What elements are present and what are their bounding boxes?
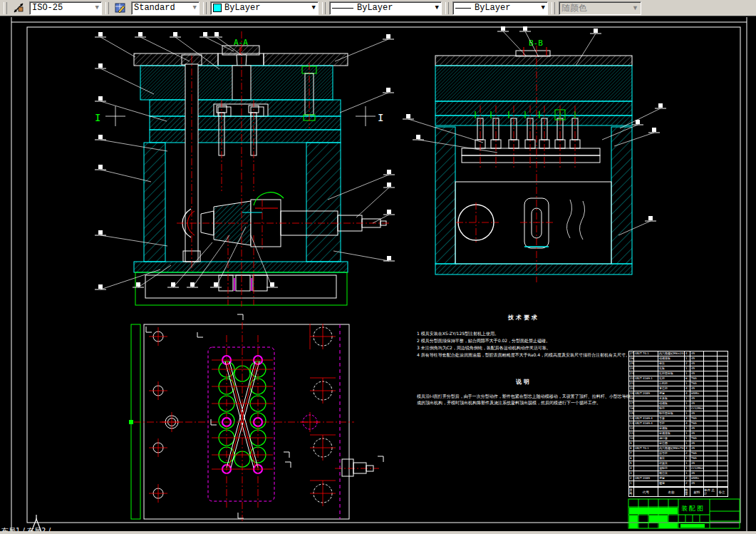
bom-row: 9定位圈 145 xyxy=(629,441,727,446)
tech-requirements-title: 技术要求 xyxy=(417,314,631,322)
dim-style-select[interactable]: ISO-25 ▼ xyxy=(29,1,102,15)
bom-row: 22GB/T 4169.1推杆 6T8A xyxy=(629,376,727,381)
bom-row: 2GB/T 2089弹簧 265Mn xyxy=(629,476,727,481)
bom-row: 14GB/T 4169.4导套 4T8A xyxy=(629,416,727,421)
chevron-down-icon: ▼ xyxy=(433,4,439,11)
chevron-down-icon: ▼ xyxy=(539,4,545,11)
text-style-select[interactable]: Standard ▼ xyxy=(131,1,200,15)
chevron-down-icon: ▼ xyxy=(310,4,316,11)
bom-row: 5楔紧块 145 xyxy=(629,461,727,466)
toolbar-grip[interactable] xyxy=(445,2,449,14)
section-b-label: B-B xyxy=(529,38,543,48)
bom-row: 21拉料杆 1T8A xyxy=(629,381,727,386)
bom-row: 6滑块 1T8A xyxy=(629,456,727,461)
bom-header: 序号代号名称数量材料单件 总计备注 xyxy=(628,487,728,497)
tech-requirement-item: 4 所有导柱导套配合处涂润滑油脂，型腔表面粗糙度不大于Ra0.4，闭模高度及安装… xyxy=(417,351,631,359)
bom-row: 26动模座板 145 xyxy=(629,356,727,361)
bom-row: 15型芯固定板 145 xyxy=(629,411,727,416)
tech-requirements: 技术要求 1 模具安装在XS-ZY/125型注射机上使用。2 模具分型面须保持平… xyxy=(417,314,631,359)
section-a-label: A-A xyxy=(234,38,248,47)
section-view-b: B-B xyxy=(435,38,632,282)
bom-row: 1螺塞 245 xyxy=(629,481,727,486)
color-swatch xyxy=(213,4,222,12)
bom-header-cell: 材料 xyxy=(690,488,704,496)
plan-view xyxy=(129,314,383,521)
toolbar-grip[interactable] xyxy=(203,2,207,14)
linetype-glyph xyxy=(332,8,353,9)
linetype-select[interactable]: ByLayer ▼ xyxy=(329,1,442,15)
bom-header-cell: 代号 xyxy=(634,488,658,496)
toolbar: ISO-25 ▼ Standard ▼ ByLayer ▼ ByLayer ▼ xyxy=(0,0,756,16)
lineweight-glyph xyxy=(455,8,471,9)
notes-block: 说明 模具沿I-I面打开分型后，由于一次分型动作，塑件包紧在型芯上随动模移动，又… xyxy=(417,378,631,406)
plot-style-select: 随颜色 ▼ xyxy=(559,1,641,15)
bom-row: 4侧型芯 1Cr12MoV xyxy=(629,466,727,471)
toolbar-grip[interactable] xyxy=(552,2,555,14)
cad-window: ISO-25 ▼ Standard ▼ ByLayer ▼ ByLayer ▼ xyxy=(0,0,756,534)
lineweight-select[interactable]: ByLayer ▼ xyxy=(452,1,548,15)
bom-table: 27GB/T 70.1内六角螺钉M6×20 445 26动模座板 145 25垫… xyxy=(628,351,728,487)
tech-requirements-list: 1 模具安装在XS-ZY/125型注射机上使用。2 模具分型面须保持平整，贴合间… xyxy=(417,330,631,359)
bom-row: 3限位块 145 xyxy=(629,471,727,476)
toolbar-grip[interactable] xyxy=(322,2,326,14)
dim-style-value: ISO-25 xyxy=(32,3,63,13)
statusbar-edge xyxy=(0,531,756,534)
bom-header-cell: 备注 xyxy=(718,488,726,496)
bom-row: 13GB/T 4169.4导柱 4T8A xyxy=(629,421,727,426)
bom-row: 17动模板 145 xyxy=(629,401,727,406)
chevron-down-icon: ▼ xyxy=(191,4,197,11)
lineweight-value: ByLayer xyxy=(475,3,510,13)
title-block: 装配图 xyxy=(628,499,740,528)
toolbar-grip[interactable] xyxy=(105,2,109,14)
bom-header-cell: 单件 总计 xyxy=(704,488,718,496)
tech-requirement-item: 2 模具分型面须保持平整，贴合间隙不大于0.02，分型面处禁止磕碰。 xyxy=(417,337,631,344)
bom-row: 18支承板 145 xyxy=(629,396,727,401)
bom-header-cell: 序号 xyxy=(629,488,634,496)
color-value: ByLayer xyxy=(224,3,260,13)
bom-header-cell: 名称 xyxy=(658,488,685,496)
dim-style-icon-button[interactable] xyxy=(10,1,27,15)
drawing-name-label: 装配图 xyxy=(681,505,705,512)
text-style-icon xyxy=(114,1,127,14)
bom-row: 27GB/T 70.1内六角螺钉M6×20 445 xyxy=(629,351,727,356)
notes-title: 说明 xyxy=(417,378,631,386)
bom-row: 19GB/T 2089弹簧 465Mn xyxy=(629,391,727,396)
toolbar-grip[interactable] xyxy=(4,2,7,14)
bom-row: 16型芯 1Cr12MoV xyxy=(629,406,727,411)
detail-i-right-label: I xyxy=(378,112,383,123)
chevron-down-icon: ▼ xyxy=(93,4,99,11)
text-style-value: Standard xyxy=(134,3,175,13)
bom-row: 25垫块 245 xyxy=(629,361,727,366)
tech-requirement-item: 1 模具安装在XS-ZY/125型注射机上使用。 xyxy=(417,330,631,337)
bom-row: 7斜导柱 2T8A xyxy=(629,451,727,456)
detail-i-left-label: I xyxy=(95,112,100,123)
section-view-a: A-A I I xyxy=(95,31,390,307)
bom-row: 23推杆固定板 145 xyxy=(629,371,727,376)
color-select[interactable]: ByLayer ▼ xyxy=(210,1,319,15)
bom-row: 10浇口套 1T8A xyxy=(629,436,727,441)
plot-style-value: 随颜色 xyxy=(561,2,587,14)
bom-row: 12定模板 145 xyxy=(629,426,727,431)
bom-header-cell: 数量 xyxy=(685,488,690,496)
chevron-down-icon: ▼ xyxy=(630,4,638,11)
bom-row: 20复位杆 445 xyxy=(629,386,727,391)
bom-row: 11定模座板 145 xyxy=(629,431,727,436)
dim-style-icon xyxy=(12,1,25,14)
bom-row: 8GB/T 70.1内六角螺钉M8×70 445 xyxy=(629,446,727,451)
text-style-icon-button[interactable] xyxy=(112,1,129,15)
notes-body: 模具沿I-I面打开分型后，由于一次分型动作，塑件包紧在型芯上随动模移动，又设置了… xyxy=(417,393,631,406)
linetype-value: ByLayer xyxy=(357,3,393,13)
tech-requirement-item: 3 未注倒角均为C2，周边锐角倒钝，装配后各运动机构动作灵活可靠。 xyxy=(417,344,631,351)
bom-row: 24推板 145 xyxy=(629,366,727,371)
